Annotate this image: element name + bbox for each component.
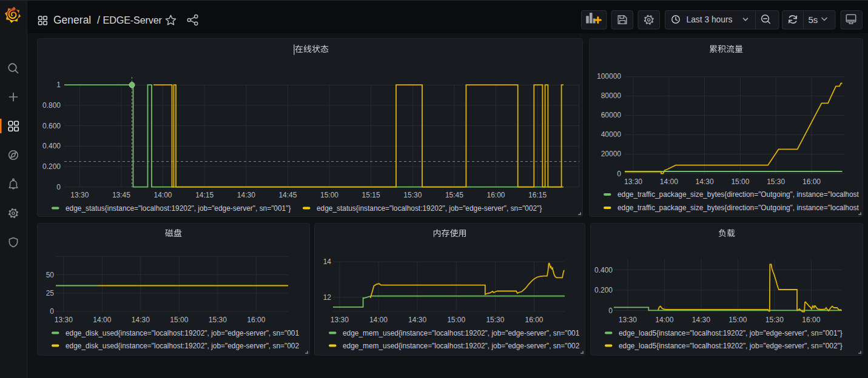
svg-text:14:30: 14:30 (132, 316, 150, 324)
svg-text:16:00: 16:00 (247, 316, 265, 324)
svg-text:edge_status{instance="localhos: edge_status{instance="localhost:19202", … (317, 204, 542, 213)
svg-text:14:00: 14:00 (93, 316, 111, 324)
svg-text:0.600: 0.600 (42, 122, 61, 130)
svg-text:0: 0 (617, 170, 621, 178)
svg-text:14:30: 14:30 (408, 316, 426, 324)
svg-text:edge_status{instance="localhos: edge_status{instance="localhost:19202", … (66, 204, 291, 213)
svg-text:60000: 60000 (601, 111, 622, 119)
svg-text:13:30: 13:30 (70, 191, 89, 199)
svg-text:16:00: 16:00 (525, 316, 543, 324)
svg-text:edge_load5{instance="localhost: edge_load5{instance="localhost:19202", j… (619, 342, 843, 350)
svg-text:15:30: 15:30 (486, 316, 504, 324)
svg-text:edge_mem_used{instance="localh: edge_mem_used{instance="localhost:19202"… (343, 342, 580, 350)
svg-text:15:00: 15:00 (447, 316, 465, 324)
svg-text:80000: 80000 (601, 91, 622, 100)
svg-text:13:30: 13:30 (55, 316, 73, 324)
svg-text:0.400: 0.400 (42, 142, 61, 150)
svg-text:40000: 40000 (601, 130, 622, 139)
svg-text:15:00: 15:00 (320, 191, 338, 199)
svg-text:0.200: 0.200 (42, 162, 61, 171)
svg-text:0.400: 0.400 (594, 266, 613, 274)
svg-text:16:00: 16:00 (802, 316, 820, 324)
svg-text:12: 12 (323, 293, 332, 302)
svg-text:15:30: 15:30 (403, 191, 422, 199)
svg-text:14: 14 (323, 257, 332, 266)
svg-text:16:00: 16:00 (486, 191, 505, 199)
svg-text:16:00: 16:00 (802, 177, 821, 186)
svg-text:edge_load5{instance="localhost: edge_load5{instance="localhost:19202", j… (619, 329, 843, 337)
svg-text:14:30: 14:30 (237, 191, 255, 199)
svg-text:14:45: 14:45 (278, 191, 297, 199)
svg-text:13:30: 13:30 (624, 177, 642, 186)
svg-text:13:30: 13:30 (331, 316, 349, 324)
svg-text:edge_disk_used{instance="local: edge_disk_used{instance="localhost:19202… (66, 329, 299, 337)
svg-text:15:45: 15:45 (445, 191, 463, 199)
svg-text:50: 50 (46, 271, 55, 279)
svg-text:15:30: 15:30 (767, 177, 785, 186)
svg-text:15:00: 15:00 (731, 177, 749, 186)
svg-text:1: 1 (56, 81, 61, 89)
svg-text:15:30: 15:30 (765, 316, 784, 324)
svg-text:16:15: 16:15 (528, 191, 547, 199)
svg-text:edge_traffic_package_size_byte: edge_traffic_package_size_bytes{directio… (617, 204, 868, 212)
svg-text:14:30: 14:30 (692, 316, 710, 324)
svg-text:14:00: 14:00 (655, 316, 673, 324)
svg-text:0: 0 (50, 307, 54, 316)
svg-text:14:00: 14:00 (660, 177, 678, 186)
svg-text:14:00: 14:00 (369, 316, 388, 324)
svg-text:edge_traffic_package_size_byte: edge_traffic_package_size_bytes{directio… (617, 190, 868, 199)
svg-text:13:45: 13:45 (112, 191, 130, 199)
svg-text:edge_mem_used{instance="localh: edge_mem_used{instance="localhost:19202"… (343, 329, 580, 337)
svg-text:14:30: 14:30 (696, 177, 714, 186)
svg-text:0.800: 0.800 (42, 101, 61, 110)
svg-text:100000: 100000 (597, 72, 621, 81)
svg-text:25: 25 (46, 289, 55, 297)
svg-text:13:30: 13:30 (619, 316, 637, 324)
svg-text:0.200: 0.200 (594, 286, 613, 294)
svg-text:14:15: 14:15 (195, 191, 214, 199)
svg-text:edge_disk_used{instance="local: edge_disk_used{instance="localhost:19202… (66, 342, 299, 350)
svg-text:14:00: 14:00 (153, 191, 172, 199)
svg-text:0: 0 (608, 307, 613, 315)
svg-text:15:30: 15:30 (209, 316, 227, 324)
svg-text:15:15: 15:15 (362, 191, 380, 199)
svg-text:0: 0 (56, 183, 61, 191)
svg-text:20000: 20000 (601, 150, 622, 158)
svg-text:15:00: 15:00 (170, 316, 188, 324)
svg-text:15:00: 15:00 (728, 316, 747, 324)
